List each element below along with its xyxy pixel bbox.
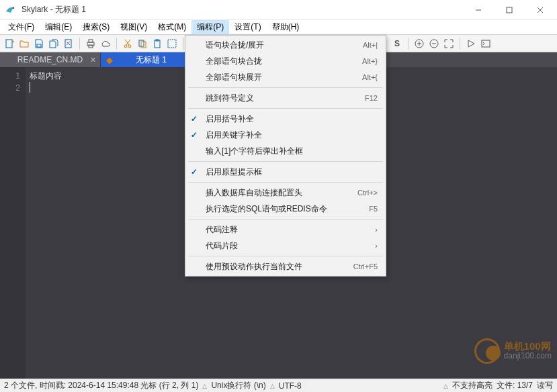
menu-item-accelerator: F12 <box>365 94 378 102</box>
fullscreen-icon[interactable] <box>442 37 456 50</box>
menu-item[interactable]: 使用预设动作执行当前文件Ctrl+F5 <box>185 258 386 275</box>
watermark: 单机100网 danji100.com <box>474 338 552 364</box>
check-icon: ✓ <box>191 130 198 140</box>
menu-item-label: 使用预设动作执行当前文件 <box>206 261 353 273</box>
menu-item-accelerator: › <box>375 242 378 250</box>
menu-item[interactable]: 代码片段› <box>185 238 386 254</box>
status-left: 2 个文件, 时间戳: 2024-6-14 15:49:48 光标 (行 2, … <box>4 380 198 391</box>
menu-item-label: 语句块合拢/展开 <box>206 40 363 51</box>
tab-label: README_CN.MD <box>17 55 83 64</box>
status-linebreak[interactable]: Unix换行符 (\n) <box>211 380 265 391</box>
svg-rect-8 <box>37 44 41 47</box>
line-gutter: 1 2 <box>0 67 26 379</box>
menu-separator <box>188 256 383 256</box>
print-icon[interactable] <box>84 37 97 50</box>
status-encoding[interactable]: UTF-8 <box>279 381 302 391</box>
terminal-icon[interactable] <box>479 37 492 50</box>
menu-view[interactable]: 视图(V) <box>115 20 153 34</box>
zoom-in-icon[interactable] <box>413 37 426 50</box>
chevron-up-icon[interactable]: △ <box>202 383 207 389</box>
menu-item-accelerator: › <box>375 226 378 234</box>
menu-file[interactable]: 文件(F) <box>3 20 40 34</box>
minimize-button[interactable] <box>463 0 494 20</box>
tab-close-icon[interactable]: ✕ <box>90 56 96 64</box>
status-filepos: 文件: 13/7 <box>497 380 533 391</box>
svg-point-15 <box>124 45 127 48</box>
menu-separator <box>188 108 383 109</box>
svg-rect-21 <box>155 40 160 48</box>
watermark-brand: 单机100网 <box>504 342 552 351</box>
tab-label: 无标题 1 <box>136 54 167 66</box>
menu-item-label: 插入数据库自动连接配置头 <box>206 187 357 199</box>
menu-item-accelerator: Ctrl+> <box>357 189 378 197</box>
menu-help[interactable]: 帮助(H) <box>267 20 305 34</box>
cut-icon[interactable] <box>121 37 134 50</box>
menu-item[interactable]: 输入[1]个字符后弹出补全框 <box>185 143 386 159</box>
close-file-icon[interactable] <box>62 37 75 50</box>
menu-separator <box>188 219 383 219</box>
save-all-icon[interactable] <box>47 37 60 50</box>
menu-item-accelerator: Ctrl+F5 <box>353 262 378 271</box>
watermark-sub: danji100.com <box>504 351 552 360</box>
cloud-icon[interactable] <box>99 37 112 50</box>
save-icon[interactable] <box>32 37 46 50</box>
menu-item[interactable]: 代码注释› <box>185 222 386 238</box>
menu-item-accelerator: F5 <box>369 205 378 213</box>
menu-item[interactable]: 全部语句块展开Alt+{ <box>185 69 386 85</box>
check-icon: ✓ <box>191 167 198 177</box>
toolbar-separator <box>460 38 460 50</box>
menu-item[interactable]: 全部语句块合拢Alt+} <box>185 53 386 69</box>
menu-separator <box>188 182 383 183</box>
menu-item[interactable]: 插入数据库自动连接配置头Ctrl+> <box>185 185 386 201</box>
menu-item[interactable]: ✓启用关键字补全 <box>185 127 386 143</box>
menu-item[interactable]: ✓启用原型提示框 <box>185 164 386 180</box>
svg-point-16 <box>128 45 131 48</box>
zoom-out-icon[interactable] <box>427 37 441 50</box>
menu-separator <box>188 87 383 88</box>
menu-separator <box>188 161 383 162</box>
menu-item[interactable]: 执行选定的SQL语句或REDIS命令F5 <box>185 201 386 217</box>
open-file-icon[interactable] <box>17 37 31 50</box>
window-title: Skylark - 无标题 1 <box>22 4 463 15</box>
menu-item[interactable]: 语句块合拢/展开Alt+| <box>185 37 386 53</box>
toolbar-separator <box>116 38 117 50</box>
copy-icon[interactable] <box>136 37 149 50</box>
menu-item-accelerator: Alt+{ <box>362 73 378 81</box>
caret <box>30 82 30 93</box>
toolbar-separator <box>408 38 409 50</box>
menu-format[interactable]: 格式(M) <box>153 20 191 34</box>
select-all-icon[interactable] <box>165 37 179 50</box>
toolbar-separator <box>183 38 183 50</box>
bold-icon[interactable]: S <box>390 37 404 50</box>
menu-programming[interactable]: 编程(P) <box>191 20 229 34</box>
chevron-up-icon[interactable]: △ <box>270 383 275 389</box>
menu-item-label: 代码片段 <box>206 240 375 252</box>
menu-item-accelerator: Alt+| <box>363 41 378 49</box>
title-bar: Skylark - 无标题 1 <box>0 0 557 20</box>
maximize-button[interactable] <box>494 0 525 20</box>
menu-settings[interactable]: 设置(T) <box>229 20 266 34</box>
menu-item-label: 启用原型提示框 <box>206 166 378 178</box>
menu-item-label: 启用关键字补全 <box>206 130 378 141</box>
menu-item[interactable]: 跳到符号定义F12 <box>185 90 386 106</box>
chevron-up-icon[interactable]: △ <box>443 383 448 389</box>
close-button[interactable] <box>525 0 556 20</box>
svg-point-0 <box>13 7 14 9</box>
menu-item-label: 跳到符号定义 <box>206 93 365 104</box>
svg-rect-5 <box>6 40 12 48</box>
watermark-logo-icon <box>474 338 500 364</box>
menu-item-label: 代码注释 <box>206 224 375 236</box>
status-highlight[interactable]: 不支持高亮 <box>452 380 492 391</box>
new-file-icon[interactable] <box>3 37 16 50</box>
svg-rect-2 <box>507 7 512 13</box>
svg-rect-13 <box>89 40 93 42</box>
programming-menu-dropdown: 语句块合拢/展开Alt+|全部语句块合拢Alt+}全部语句块展开Alt+{跳到符… <box>185 35 386 277</box>
menu-search[interactable]: 搜索(S) <box>77 20 115 34</box>
menu-item[interactable]: ✓启用括号补全 <box>185 111 386 127</box>
toolbar-separator <box>79 38 80 50</box>
menu-edit[interactable]: 编辑(E) <box>40 20 77 34</box>
paste-icon[interactable] <box>151 37 164 50</box>
menu-bar: 文件(F) 编辑(E) 搜索(S) 视图(V) 格式(M) 编程(P) 设置(T… <box>0 20 557 35</box>
tab-readme[interactable]: README_CN.MD ✕ <box>0 52 101 67</box>
run-icon[interactable] <box>464 37 478 50</box>
